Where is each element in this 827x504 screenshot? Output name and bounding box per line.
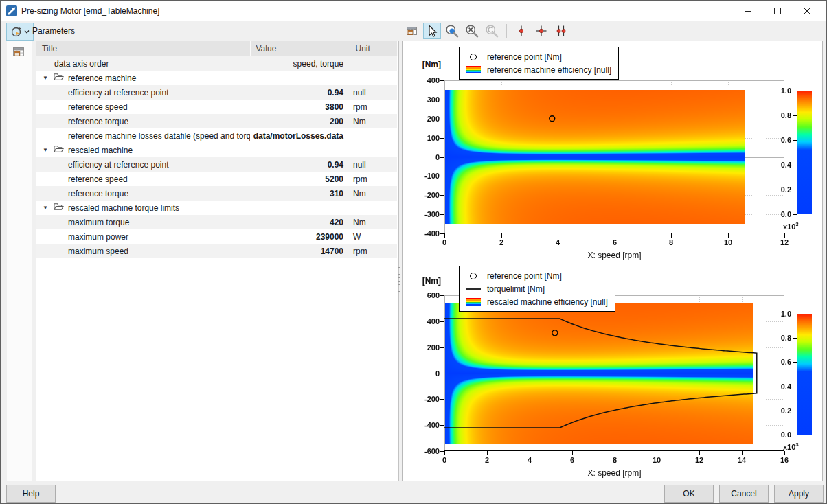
colorbar-tick-mark (793, 362, 797, 363)
column-header-unit[interactable]: Unit (350, 41, 397, 56)
zoom-previous-button[interactable] (483, 23, 501, 39)
param-row[interactable]: reference machine losses datafile (speed… (36, 128, 397, 143)
param-row[interactable]: data axis orderspeed, torque (36, 56, 397, 71)
cursor-x-probe-button[interactable] (512, 23, 530, 39)
legend-colormap-marker-icon (465, 66, 482, 73)
x-tick-label: 8 (603, 456, 626, 464)
y-tick-mark (440, 295, 444, 296)
param-row[interactable]: efficiency at reference point0.94null (36, 85, 397, 100)
cursor-double-probe-button[interactable] (552, 23, 570, 39)
x-tick-label: 14 (730, 456, 754, 464)
param-title: maximum power (36, 229, 250, 244)
y-tick-mark (440, 195, 444, 196)
param-value[interactable]: speed, torque (250, 56, 350, 71)
cancel-button[interactable]: Cancel (719, 485, 769, 503)
param-title: reference speed (36, 172, 250, 186)
colorbar-tick-label: 0.4 (771, 161, 791, 169)
minimize-button[interactable] (736, 3, 760, 19)
param-value[interactable]: 239000 (250, 229, 350, 244)
x-tick-label: 2 (490, 238, 513, 247)
cursor-tool-button[interactable] (423, 23, 441, 39)
legend-label: reference point [Nm] (487, 52, 562, 62)
param-row[interactable]: reference torque200Nm (36, 114, 397, 128)
param-value[interactable]: 5200 (250, 172, 350, 186)
zoom-out-icon (465, 24, 479, 38)
colorbar-tick-label: 0.2 (771, 185, 791, 194)
y-tick-label: 0 (411, 153, 440, 161)
param-value[interactable]: data/motorLosses.data (250, 128, 350, 143)
x-tick-label: 0 (433, 456, 456, 464)
x-axis-title: X: speed [rpm] (444, 468, 784, 478)
group-label: rescaled machine (68, 146, 133, 155)
zoom-out-button[interactable] (463, 23, 481, 39)
table-view-button[interactable] (403, 23, 421, 39)
y-tick-mark (440, 347, 444, 348)
param-group-row[interactable]: ▼rescaled machine (36, 143, 397, 157)
colorbar-tick-mark (793, 314, 797, 314)
panel-splitter-handle[interactable] (398, 266, 401, 297)
cursor-xy-probe-button[interactable] (532, 23, 550, 39)
x-tick-mark (444, 233, 445, 238)
param-row[interactable]: maximum speed14700rpm (36, 244, 397, 258)
collapse-triangle-icon[interactable]: ▼ (43, 147, 49, 153)
help-button[interactable]: Help (6, 485, 56, 503)
zoom-data-icon (445, 24, 459, 38)
cursor-arrow-icon (426, 25, 438, 38)
y-tick-label: -200 (411, 191, 440, 199)
column-header-title[interactable]: Title (36, 41, 250, 56)
close-button[interactable] (795, 3, 819, 19)
efficiency-heatmap-canvas[interactable] (444, 80, 784, 233)
param-unit: Nm (350, 186, 397, 201)
param-group-row[interactable]: ▼reference machine (36, 71, 397, 85)
param-row[interactable]: reference torque310Nm (36, 186, 397, 201)
param-group-row[interactable]: ▼rescaled machine torque limits (36, 201, 397, 215)
legend-label: reference machine efficiency [null] (487, 65, 611, 75)
param-row[interactable]: maximum power239000W (36, 229, 397, 244)
param-unit (350, 56, 397, 71)
param-value[interactable]: 310 (250, 186, 350, 201)
window-title: Pre-sizing Motor [emd_TableMachine] (21, 6, 159, 16)
x-tick-mark (615, 451, 615, 455)
param-unit: null (350, 157, 397, 172)
apply-button[interactable]: Apply (774, 485, 824, 503)
parameter-mode-button[interactable] (6, 23, 34, 41)
param-value[interactable]: 0.94 (250, 85, 350, 100)
collapse-triangle-icon[interactable]: ▼ (43, 205, 49, 211)
param-row[interactable]: efficiency at reference point0.94null (36, 157, 397, 172)
cursor-double-probe-icon (555, 25, 567, 37)
y-tick-mark (440, 138, 444, 139)
param-value[interactable]: 420 (250, 215, 350, 229)
zoom-data-button[interactable] (443, 23, 461, 39)
colorbar-tick-mark (793, 165, 797, 165)
param-value[interactable]: 200 (250, 114, 350, 128)
plot-legend: reference point [Nm]torquelimit [Nm]resc… (459, 266, 615, 312)
y-tick-label: 200 (411, 343, 440, 352)
param-value[interactable]: 0.94 (250, 157, 350, 172)
parameter-panel: Title Value Unit data axis orderspeed, t… (36, 41, 399, 482)
efficiency-heatmap-canvas[interactable] (444, 295, 784, 451)
ok-button[interactable]: OK (664, 485, 714, 503)
table-header-row[interactable]: Title Value Unit (36, 41, 397, 56)
y-tick-label: 0 (411, 369, 440, 378)
x-tick-mark (742, 451, 743, 455)
legend-label: rescaled machine efficiency [null] (487, 297, 608, 307)
parameter-table[interactable]: Title Value Unit data axis orderspeed, t… (36, 41, 398, 258)
title-bar[interactable]: Pre-sizing Motor [emd_TableMachine] (1, 1, 826, 22)
colorbar-tick-mark (793, 387, 797, 387)
param-title: reference speed (36, 100, 250, 114)
colorbar-tick-mark (793, 435, 797, 435)
param-title: data axis order (36, 56, 250, 71)
open-in-table-button[interactable] (12, 46, 25, 60)
param-row[interactable]: reference speed5200rpm (36, 172, 397, 186)
param-value[interactable]: 14700 (250, 244, 350, 258)
param-row[interactable]: maximum torque420Nm (36, 215, 397, 229)
column-header-value[interactable]: Value (250, 41, 350, 56)
y-tick-mark (440, 425, 444, 426)
x-tick-mark (784, 451, 785, 455)
colorbar-tick-label: 0.0 (771, 210, 791, 218)
collapse-triangle-icon[interactable]: ▼ (43, 75, 49, 81)
param-row[interactable]: reference speed3800rpm (36, 100, 397, 114)
param-value[interactable]: 3800 (250, 100, 350, 114)
maximize-button[interactable] (766, 3, 789, 19)
zoom-previous-icon (485, 24, 499, 38)
